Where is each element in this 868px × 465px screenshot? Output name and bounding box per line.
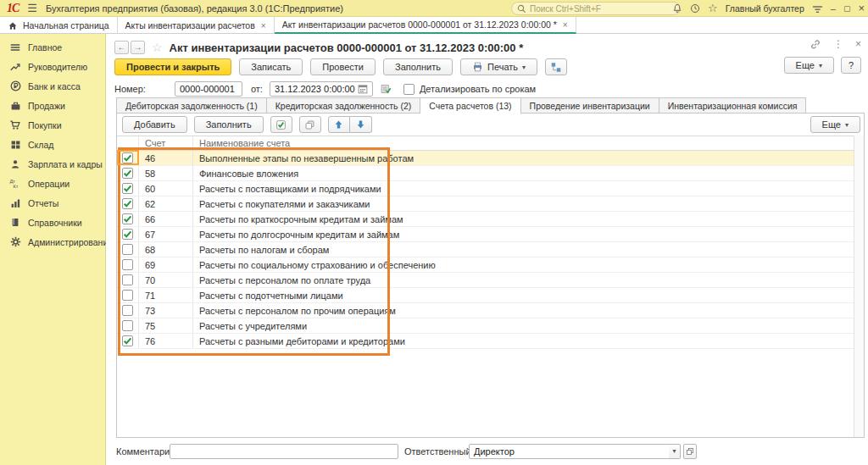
post-button[interactable]: Провести	[310, 58, 376, 75]
row-checkbox[interactable]	[122, 183, 133, 194]
window-tab-act-doc[interactable]: Акт инвентаризации расчетов 0000-000001 …	[275, 17, 576, 34]
sidebar-item-catalogs[interactable]: Справочники	[0, 213, 105, 232]
table-row[interactable]: 46Выполненные этапы по незавершенным раб…	[117, 151, 854, 166]
table-row[interactable]: 60Расчеты с поставщиками и подрядчиками	[117, 181, 854, 197]
table-row[interactable]: 62Расчеты с покупателями и заказчиками	[117, 197, 854, 212]
nav-forward-button[interactable]: →	[131, 41, 145, 54]
row-checkbox[interactable]	[122, 320, 133, 331]
doc-tab-3[interactable]: Проведение инвентаризации	[521, 97, 659, 113]
sidebar-item-operations[interactable]: ДтКтОперации	[0, 174, 105, 193]
move-row-up-button[interactable]	[328, 116, 350, 133]
copy-row-button[interactable]	[299, 116, 321, 133]
global-search-input[interactable]: Поиск Ctrl+Shift+F	[511, 2, 681, 15]
help-button[interactable]: ?	[841, 57, 861, 74]
table-more-button[interactable]: Еще▾	[810, 116, 860, 133]
svg-text:Кт: Кт	[14, 184, 19, 189]
main-menu-icon[interactable]: ☰	[27, 2, 37, 14]
row-account-name: Расчеты с подотчетными лицами	[193, 291, 854, 301]
responsible-input[interactable]: Директор	[469, 444, 670, 459]
vertical-scrollbar[interactable]	[854, 136, 864, 437]
row-checkbox[interactable]	[122, 213, 133, 224]
row-checkbox[interactable]	[122, 152, 133, 163]
form-more-button[interactable]: Еще▾	[784, 57, 834, 74]
maximize-button[interactable]: ▢	[843, 0, 851, 17]
row-checkbox-cell	[117, 151, 139, 165]
document-postings-icon[interactable]	[380, 84, 392, 95]
row-checkbox[interactable]	[122, 229, 133, 240]
detail-by-terms-label: Детализировать по срокам	[420, 84, 536, 94]
row-account: 58	[139, 166, 193, 180]
responsible-open-icon[interactable]	[683, 444, 697, 459]
save-button[interactable]: Записать	[239, 58, 303, 75]
nav-back-button[interactable]: ←	[114, 41, 129, 54]
history-clock-icon[interactable]	[690, 3, 700, 14]
table-row[interactable]: 68Расчеты по налогам и сборам	[117, 242, 854, 257]
sidebar-item-reports[interactable]: Отчеты	[0, 193, 105, 213]
sidebar: ГлавноеРуководителюБанк и кассаПродажиПо…	[0, 34, 106, 465]
post-and-close-button[interactable]: Провести и закрыть	[114, 58, 231, 75]
current-user[interactable]: Главный бухгалтер	[726, 3, 804, 14]
row-checkbox[interactable]	[122, 259, 133, 270]
detail-by-terms-checkbox[interactable]	[403, 84, 415, 95]
sidebar-item-label: Операции	[28, 179, 70, 189]
print-button[interactable]: Печать ▾	[460, 58, 537, 75]
sidebar-item-sales[interactable]: Продажи	[0, 96, 105, 115]
more-dots-icon[interactable]: ⋮	[833, 38, 843, 50]
fill-table-button[interactable]: Заполнить	[194, 116, 264, 133]
table-row[interactable]: 58Финансовые вложения	[117, 166, 854, 181]
sidebar-item-warehouse[interactable]: Склад	[0, 135, 105, 154]
minimize-button[interactable]: –	[831, 0, 836, 17]
fill-button[interactable]: Заполнить	[383, 58, 453, 75]
date-input[interactable]: 31.12.2023 0:00:00	[270, 81, 373, 97]
notifications-bell-icon[interactable]	[672, 3, 682, 14]
window-close-button[interactable]: ×	[858, 0, 865, 17]
gear-icon	[8, 235, 22, 249]
sidebar-item-manager[interactable]: Руководителю	[0, 57, 105, 76]
number-input[interactable]: 0000-000001	[175, 81, 242, 97]
add-row-button[interactable]: Добавить	[122, 116, 187, 133]
window-tab-acts-list[interactable]: Акты инвентаризации расчетов×	[118, 17, 275, 34]
comment-input[interactable]	[170, 444, 398, 459]
row-account-name: Расчеты по краткосрочным кредитам и займ…	[193, 214, 854, 224]
add-favorite-star-icon[interactable]: ☆	[152, 41, 163, 54]
table-row[interactable]: 76Расчеты с разными дебиторами и кредито…	[117, 334, 854, 349]
row-checkbox[interactable]	[122, 168, 133, 179]
sidebar-item-label: Отчеты	[28, 198, 58, 208]
row-checkbox[interactable]	[122, 198, 133, 209]
favorites-star-icon[interactable]: ☆	[708, 0, 718, 17]
row-checkbox[interactable]	[122, 244, 133, 255]
responsible-dropdown-button[interactable]: ▾	[669, 444, 681, 459]
svg-text:Дт: Дт	[10, 179, 16, 184]
row-checkbox[interactable]	[122, 305, 133, 316]
sidebar-item-bank[interactable]: Банк и касса	[0, 76, 105, 96]
table-row[interactable]: 66Расчеты по краткосрочным кредитам и за…	[117, 212, 854, 227]
document-structure-button[interactable]	[545, 58, 567, 75]
tab-close-icon[interactable]: ×	[563, 20, 568, 30]
row-checkbox[interactable]	[122, 290, 133, 301]
table-row[interactable]: 75Расчеты с учредителями	[117, 318, 854, 334]
get-link-icon[interactable]	[810, 39, 821, 50]
calendar-icon[interactable]	[358, 84, 368, 94]
doc-tab-2[interactable]: Счета расчетов (13)	[420, 97, 520, 114]
table-row[interactable]: 73Расчеты с персоналом по прочим операци…	[117, 303, 854, 318]
table-row[interactable]: 67Расчеты по долгосрочным кредитам и зай…	[117, 227, 854, 242]
sidebar-item-admin[interactable]: Администрирование	[0, 232, 105, 252]
sidebar-item-payroll[interactable]: Зарплата и кадры	[0, 154, 105, 174]
window-tab-home[interactable]: Начальная страница	[0, 17, 118, 34]
sidebar-item-purchases[interactable]: Покупки	[0, 115, 105, 135]
service-menu-icon[interactable]	[812, 4, 823, 14]
row-checkbox[interactable]	[122, 274, 133, 285]
table-row[interactable]: 69Расчеты по социальному страхованию и о…	[117, 257, 854, 273]
move-row-down-button[interactable]	[350, 116, 372, 133]
row-checkbox[interactable]	[122, 335, 133, 346]
sidebar-item-main[interactable]: Главное	[0, 37, 105, 57]
doc-tab-0[interactable]: Дебиторская задолженность (1)	[116, 97, 267, 113]
table-row[interactable]: 70Расчеты с персоналом по оплате труда	[117, 273, 854, 288]
doc-tab-1[interactable]: Кредиторская задолженность (2)	[267, 97, 421, 113]
tab-close-icon[interactable]: ×	[261, 21, 266, 30]
table-row[interactable]: 71Расчеты с подотчетными лицами	[117, 288, 854, 303]
doc-tab-4[interactable]: Инвентаризационная комиссия	[659, 97, 807, 113]
coin-icon	[8, 80, 22, 93]
set-clear-flags-button[interactable]	[270, 116, 292, 133]
form-close-icon[interactable]: ×	[855, 38, 861, 50]
